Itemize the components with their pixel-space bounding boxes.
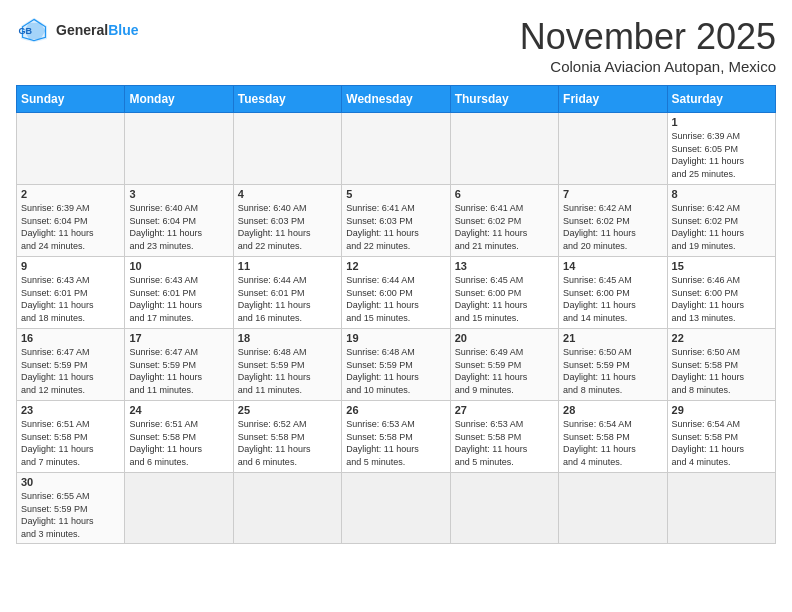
- header-tuesday: Tuesday: [233, 86, 341, 113]
- table-row: [233, 113, 341, 185]
- day-number: 22: [672, 332, 771, 344]
- day-info: Sunrise: 6:43 AM Sunset: 6:01 PM Dayligh…: [129, 274, 228, 324]
- title-section: November 2025 Colonia Aviacion Autopan, …: [520, 16, 776, 75]
- table-row: 26Sunrise: 6:53 AM Sunset: 5:58 PM Dayli…: [342, 401, 450, 473]
- day-number: 11: [238, 260, 337, 272]
- day-number: 23: [21, 404, 120, 416]
- day-info: Sunrise: 6:54 AM Sunset: 5:58 PM Dayligh…: [563, 418, 662, 468]
- table-row: [450, 473, 558, 544]
- logo-text-block: GeneralBlue: [56, 22, 138, 38]
- day-info: Sunrise: 6:51 AM Sunset: 5:58 PM Dayligh…: [129, 418, 228, 468]
- table-row: 16Sunrise: 6:47 AM Sunset: 5:59 PM Dayli…: [17, 329, 125, 401]
- table-row: 29Sunrise: 6:54 AM Sunset: 5:58 PM Dayli…: [667, 401, 775, 473]
- day-number: 17: [129, 332, 228, 344]
- table-row: 12Sunrise: 6:44 AM Sunset: 6:00 PM Dayli…: [342, 257, 450, 329]
- day-info: Sunrise: 6:50 AM Sunset: 5:59 PM Dayligh…: [563, 346, 662, 396]
- day-info: Sunrise: 6:50 AM Sunset: 5:58 PM Dayligh…: [672, 346, 771, 396]
- day-info: Sunrise: 6:52 AM Sunset: 5:58 PM Dayligh…: [238, 418, 337, 468]
- table-row: 4Sunrise: 6:40 AM Sunset: 6:03 PM Daylig…: [233, 185, 341, 257]
- table-row: 5Sunrise: 6:41 AM Sunset: 6:03 PM Daylig…: [342, 185, 450, 257]
- day-info: Sunrise: 6:51 AM Sunset: 5:58 PM Dayligh…: [21, 418, 120, 468]
- table-row: 17Sunrise: 6:47 AM Sunset: 5:59 PM Dayli…: [125, 329, 233, 401]
- day-info: Sunrise: 6:49 AM Sunset: 5:59 PM Dayligh…: [455, 346, 554, 396]
- day-info: Sunrise: 6:47 AM Sunset: 5:59 PM Dayligh…: [129, 346, 228, 396]
- table-row: 30Sunrise: 6:55 AM Sunset: 5:59 PM Dayli…: [17, 473, 125, 544]
- day-number: 12: [346, 260, 445, 272]
- header-wednesday: Wednesday: [342, 86, 450, 113]
- table-row: 7Sunrise: 6:42 AM Sunset: 6:02 PM Daylig…: [559, 185, 667, 257]
- table-row: [125, 113, 233, 185]
- day-number: 24: [129, 404, 228, 416]
- day-info: Sunrise: 6:39 AM Sunset: 6:05 PM Dayligh…: [672, 130, 771, 180]
- day-number: 9: [21, 260, 120, 272]
- table-row: [667, 473, 775, 544]
- table-row: 15Sunrise: 6:46 AM Sunset: 6:00 PM Dayli…: [667, 257, 775, 329]
- day-info: Sunrise: 6:55 AM Sunset: 5:59 PM Dayligh…: [21, 490, 120, 540]
- table-row: 14Sunrise: 6:45 AM Sunset: 6:00 PM Dayli…: [559, 257, 667, 329]
- table-row: 8Sunrise: 6:42 AM Sunset: 6:02 PM Daylig…: [667, 185, 775, 257]
- day-info: Sunrise: 6:43 AM Sunset: 6:01 PM Dayligh…: [21, 274, 120, 324]
- day-info: Sunrise: 6:53 AM Sunset: 5:58 PM Dayligh…: [346, 418, 445, 468]
- table-row: 27Sunrise: 6:53 AM Sunset: 5:58 PM Dayli…: [450, 401, 558, 473]
- day-number: 2: [21, 188, 120, 200]
- day-number: 6: [455, 188, 554, 200]
- day-info: Sunrise: 6:46 AM Sunset: 6:00 PM Dayligh…: [672, 274, 771, 324]
- day-number: 1: [672, 116, 771, 128]
- day-info: Sunrise: 6:45 AM Sunset: 6:00 PM Dayligh…: [455, 274, 554, 324]
- table-row: 11Sunrise: 6:44 AM Sunset: 6:01 PM Dayli…: [233, 257, 341, 329]
- day-info: Sunrise: 6:40 AM Sunset: 6:04 PM Dayligh…: [129, 202, 228, 252]
- svg-text:GB: GB: [18, 26, 32, 36]
- calendar-table: Sunday Monday Tuesday Wednesday Thursday…: [16, 85, 776, 544]
- day-info: Sunrise: 6:44 AM Sunset: 6:00 PM Dayligh…: [346, 274, 445, 324]
- day-info: Sunrise: 6:40 AM Sunset: 6:03 PM Dayligh…: [238, 202, 337, 252]
- day-number: 15: [672, 260, 771, 272]
- table-row: 24Sunrise: 6:51 AM Sunset: 5:58 PM Dayli…: [125, 401, 233, 473]
- table-row: 20Sunrise: 6:49 AM Sunset: 5:59 PM Dayli…: [450, 329, 558, 401]
- table-row: 22Sunrise: 6:50 AM Sunset: 5:58 PM Dayli…: [667, 329, 775, 401]
- day-number: 27: [455, 404, 554, 416]
- day-number: 8: [672, 188, 771, 200]
- day-info: Sunrise: 6:53 AM Sunset: 5:58 PM Dayligh…: [455, 418, 554, 468]
- calendar-week-1: 1Sunrise: 6:39 AM Sunset: 6:05 PM Daylig…: [17, 113, 776, 185]
- table-row: [342, 473, 450, 544]
- header-sunday: Sunday: [17, 86, 125, 113]
- day-info: Sunrise: 6:41 AM Sunset: 6:03 PM Dayligh…: [346, 202, 445, 252]
- day-info: Sunrise: 6:48 AM Sunset: 5:59 PM Dayligh…: [238, 346, 337, 396]
- day-headers-row: Sunday Monday Tuesday Wednesday Thursday…: [17, 86, 776, 113]
- table-row: [342, 113, 450, 185]
- table-row: 1Sunrise: 6:39 AM Sunset: 6:05 PM Daylig…: [667, 113, 775, 185]
- header-monday: Monday: [125, 86, 233, 113]
- table-row: 21Sunrise: 6:50 AM Sunset: 5:59 PM Dayli…: [559, 329, 667, 401]
- table-row: 9Sunrise: 6:43 AM Sunset: 6:01 PM Daylig…: [17, 257, 125, 329]
- calendar-title: November 2025: [520, 16, 776, 58]
- day-number: 26: [346, 404, 445, 416]
- table-row: 28Sunrise: 6:54 AM Sunset: 5:58 PM Dayli…: [559, 401, 667, 473]
- day-number: 20: [455, 332, 554, 344]
- day-info: Sunrise: 6:42 AM Sunset: 6:02 PM Dayligh…: [563, 202, 662, 252]
- day-number: 29: [672, 404, 771, 416]
- day-number: 19: [346, 332, 445, 344]
- day-number: 30: [21, 476, 120, 488]
- calendar-week-5: 23Sunrise: 6:51 AM Sunset: 5:58 PM Dayli…: [17, 401, 776, 473]
- calendar-week-3: 9Sunrise: 6:43 AM Sunset: 6:01 PM Daylig…: [17, 257, 776, 329]
- day-number: 21: [563, 332, 662, 344]
- table-row: 25Sunrise: 6:52 AM Sunset: 5:58 PM Dayli…: [233, 401, 341, 473]
- calendar-week-4: 16Sunrise: 6:47 AM Sunset: 5:59 PM Dayli…: [17, 329, 776, 401]
- table-row: 23Sunrise: 6:51 AM Sunset: 5:58 PM Dayli…: [17, 401, 125, 473]
- table-row: 2Sunrise: 6:39 AM Sunset: 6:04 PM Daylig…: [17, 185, 125, 257]
- day-number: 18: [238, 332, 337, 344]
- logo: GB GeneralBlue: [16, 16, 138, 44]
- table-row: [559, 473, 667, 544]
- day-info: Sunrise: 6:39 AM Sunset: 6:04 PM Dayligh…: [21, 202, 120, 252]
- day-number: 28: [563, 404, 662, 416]
- day-info: Sunrise: 6:47 AM Sunset: 5:59 PM Dayligh…: [21, 346, 120, 396]
- day-number: 4: [238, 188, 337, 200]
- table-row: 19Sunrise: 6:48 AM Sunset: 5:59 PM Dayli…: [342, 329, 450, 401]
- day-number: 13: [455, 260, 554, 272]
- logo-icon: GB: [16, 16, 52, 44]
- table-row: 10Sunrise: 6:43 AM Sunset: 6:01 PM Dayli…: [125, 257, 233, 329]
- day-info: Sunrise: 6:54 AM Sunset: 5:58 PM Dayligh…: [672, 418, 771, 468]
- day-number: 5: [346, 188, 445, 200]
- day-info: Sunrise: 6:48 AM Sunset: 5:59 PM Dayligh…: [346, 346, 445, 396]
- table-row: 3Sunrise: 6:40 AM Sunset: 6:04 PM Daylig…: [125, 185, 233, 257]
